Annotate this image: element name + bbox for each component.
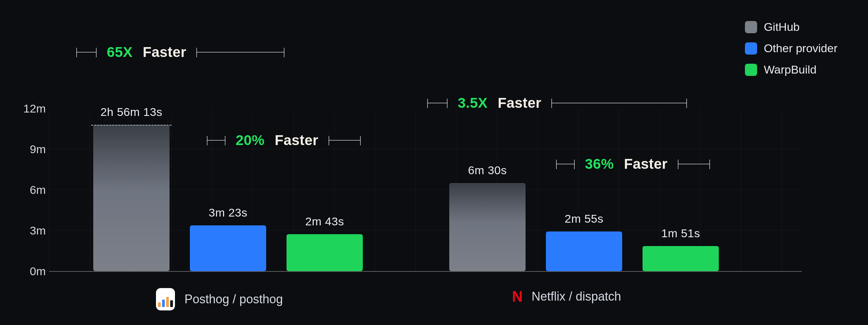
ytick-12: 12m [19, 102, 46, 115]
y-axis: 0m 3m 6m 9m 12m [19, 108, 46, 271]
project-label: Posthog / posthog [184, 292, 283, 306]
legend-item-github: GitHub [745, 20, 837, 34]
callout-rule-right [551, 103, 687, 103]
bar-label: 6m 30s [468, 164, 507, 177]
legend-swatch-github [745, 21, 757, 33]
callout-netflix-overall: 3.5X Faster [427, 95, 687, 111]
callout-rule-right [678, 164, 710, 164]
bar-netflix-other: 2m 55s [546, 231, 622, 271]
callout-accent: 20% [236, 132, 264, 148]
callout-suffix: Faster [498, 95, 541, 111]
callout-rule-left [207, 140, 225, 141]
callout-rule-left [556, 164, 575, 164]
callout-posthog-pair: 20% Faster [207, 132, 361, 148]
bar-label: 3m 23s [209, 206, 248, 219]
bar-posthog-warp: 2m 43s [287, 234, 363, 271]
posthog-icon [156, 288, 175, 310]
callout-rule-left [427, 103, 448, 103]
bar-cap-dashed [91, 125, 172, 126]
callout-accent: 36% [585, 156, 614, 172]
plot-area: 2h 56m 13s 3m 23s 2m 43s 6m 30s 2m 55s 1… [49, 108, 802, 272]
bar-netflix-warp: 1m 51s [643, 246, 719, 271]
project-label: Netflix / dispatch [532, 289, 621, 304]
ytick-3: 3m [19, 224, 46, 237]
project-netflix: N Netflix / dispatch [512, 288, 621, 305]
legend-label-github: GitHub [764, 20, 800, 34]
callout-rule-right [329, 140, 361, 141]
callout-suffix: Faster [624, 156, 667, 172]
callout-rule-left [76, 52, 97, 53]
legend-item-warp: WarpBuild [745, 63, 837, 76]
legend-swatch-warp [745, 64, 757, 76]
callout-suffix: Faster [275, 132, 318, 148]
callout-posthog-overall: 65X Faster [76, 44, 284, 60]
bar-netflix-github: 6m 30s [449, 183, 526, 271]
legend-label-other: Other provider [764, 42, 837, 55]
legend: GitHub Other provider WarpBuild [745, 20, 837, 76]
bar-posthog-other: 3m 23s [190, 225, 266, 271]
bar-label: 2m 55s [565, 212, 604, 225]
callout-accent: 65X [107, 44, 133, 60]
callout-suffix: Faster [143, 44, 186, 60]
callout-rule-right [196, 52, 284, 53]
bar-label: 2m 43s [305, 215, 344, 228]
ytick-9: 9m [19, 143, 46, 156]
ytick-6: 6m [19, 183, 46, 197]
callout-accent: 3.5X [458, 95, 488, 111]
bar-posthog-github: 2h 56m 13s [93, 125, 170, 271]
legend-item-other: Other provider [745, 42, 837, 55]
netflix-icon: N [512, 288, 522, 305]
legend-label-warp: WarpBuild [764, 63, 817, 76]
ytick-0: 0m [19, 265, 46, 278]
legend-swatch-other [745, 42, 757, 55]
bar-label: 2h 56m 13s [100, 105, 162, 119]
bar-label: 1m 51s [661, 227, 700, 240]
project-posthog: Posthog / posthog [156, 288, 283, 310]
chart-stage: GitHub Other provider WarpBuild 0m 3m 6m… [0, 0, 868, 325]
callout-netflix-pair: 36% Faster [556, 156, 710, 172]
